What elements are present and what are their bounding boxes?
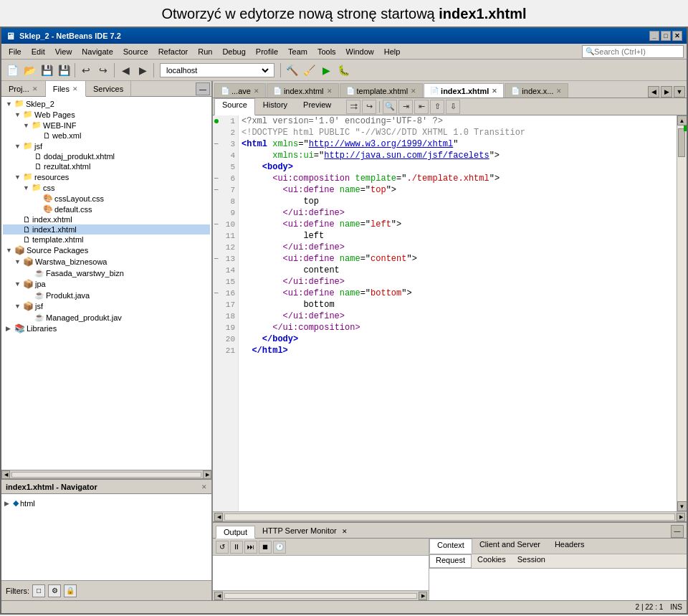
menu-file[interactable]: File	[4, 46, 26, 57]
output-panel-close[interactable]: —	[671, 525, 684, 538]
editor-tab-0[interactable]: 📄 ...ave ✕	[214, 83, 266, 98]
tree-node-webxml[interactable]: 🗋 web.xml	[3, 131, 210, 141]
tree-node-index[interactable]: 🗋 index.xhtml	[3, 214, 210, 224]
output-content[interactable]	[213, 556, 429, 590]
tree-node-managed[interactable]: ☕ Managed_produkt.jav	[3, 312, 210, 323]
forward-button[interactable]: ▶	[135, 62, 150, 78]
code-line-1[interactable]: <?xml version='1.0' encoding='UTF-8' ?>	[242, 115, 674, 127]
toggle-webinf[interactable]: ▼	[23, 122, 30, 129]
tree-node-webpages[interactable]: ▼ 📁 Web Pages	[3, 109, 210, 120]
editor-tab-1[interactable]: 📄 index.xhtml ✕	[267, 83, 339, 98]
panel-close-btn[interactable]: —	[671, 525, 684, 538]
tree-node-jsf2[interactable]: ▼ 📦 jsf	[3, 300, 210, 312]
toggle-webpages[interactable]: ▼	[14, 111, 22, 118]
out-tb-pause[interactable]: ⏸	[230, 541, 243, 554]
back-button[interactable]: ◀	[118, 62, 133, 78]
hscroll-right[interactable]: ▶	[203, 470, 211, 479]
menu-window[interactable]: Window	[342, 46, 378, 57]
editor-tab-3[interactable]: 📄 index1.xhtml ✕	[424, 83, 504, 98]
code-line-3[interactable]: <html xmlns="http://www.w3.org/1999/xhtm…	[242, 138, 674, 150]
tree-node-resources[interactable]: ▼ 📁 resources	[3, 171, 210, 182]
out-tb-refresh[interactable]: ↺	[216, 541, 229, 554]
code-line-8[interactable]: top	[242, 196, 674, 207]
nav-toggle-html[interactable]: ▶	[4, 500, 11, 507]
fold-3[interactable]: —	[214, 141, 218, 148]
menu-tools[interactable]: Tools	[313, 46, 340, 57]
toggle-jsf[interactable]: ▼	[14, 143, 22, 150]
tree-node-index1[interactable]: 🗋 index1.xhtml	[3, 224, 210, 234]
save-all-button[interactable]: 💾	[56, 62, 72, 78]
source-tb-btn-1[interactable]: ⮆	[346, 100, 360, 114]
tab-projects[interactable]: Proj... ✕	[1, 81, 46, 96]
file-tree[interactable]: ▼ 📁 Sklep_2 ▼ 📁 Web Pages ▼ 📁 WEB-INF	[1, 97, 211, 470]
undo-button[interactable]: ↩	[78, 62, 94, 78]
tree-node-sklep2[interactable]: ▼ 📁 Sklep_2	[3, 98, 210, 109]
toggle-sklep2[interactable]: ▼	[6, 100, 13, 108]
search-input[interactable]	[594, 47, 680, 56]
toggle-jpa[interactable]: ▼	[14, 280, 22, 288]
tree-node-jpa[interactable]: ▼ 📦 jpa	[3, 278, 210, 290]
tree-node-warstwa[interactable]: ▼ 📦 Warstwa_biznesowa	[3, 256, 210, 267]
tree-node-produkt[interactable]: ☕ Produkt.java	[3, 290, 210, 300]
close-button[interactable]: ✕	[672, 31, 682, 41]
code-line-17[interactable]: bottom	[242, 299, 674, 311]
tree-node-rezultat[interactable]: 🗋 rezultat.xhtml	[3, 161, 210, 171]
toggle-source-pkgs[interactable]: ▼	[6, 247, 13, 254]
http-sub-cookies[interactable]: Cookies	[472, 554, 512, 568]
open-button[interactable]: 📂	[22, 62, 37, 78]
source-tb-btn-4[interactable]: ⇥	[398, 100, 413, 114]
vscroll-down[interactable]: ▼	[677, 501, 687, 511]
menu-navigate[interactable]: Navigate	[77, 46, 117, 57]
fold-16[interactable]: —	[214, 290, 218, 297]
source-tb-btn-5[interactable]: ⇤	[414, 100, 429, 114]
source-tab-history[interactable]: History	[255, 98, 295, 115]
panel-minimize-btn[interactable]: —	[196, 82, 210, 95]
source-tab-source[interactable]: Source	[214, 98, 255, 115]
menu-profile[interactable]: Profile	[252, 46, 282, 57]
run-button[interactable]: ▶	[318, 62, 334, 78]
menu-view[interactable]: View	[51, 46, 77, 57]
code-line-6[interactable]: <ui:composition template="./template.xht…	[242, 173, 674, 184]
tree-node-default-css[interactable]: 🎨 default.css	[3, 204, 210, 214]
http-tab-context[interactable]: Context	[429, 539, 472, 554]
http-sub-request[interactable]: Request	[429, 554, 472, 568]
output-tab-http-close[interactable]: ✕	[342, 528, 348, 535]
fold-13[interactable]: —	[214, 255, 218, 262]
code-line-19[interactable]: </ui:composition>	[242, 322, 674, 333]
toggle-libraries[interactable]: ▶	[6, 325, 13, 332]
out-hscroll-right[interactable]: ▶	[419, 592, 427, 600]
editor-hscroll[interactable]: ◀ ▶	[213, 511, 687, 521]
vscroll-up[interactable]: ▲	[677, 115, 687, 125]
code-line-12[interactable]: </ui:define>	[242, 242, 674, 253]
code-line-20[interactable]: </body>	[242, 333, 674, 345]
source-tb-btn-6[interactable]: ⇧	[430, 100, 444, 114]
editor-tab-close-1[interactable]: ✕	[327, 87, 333, 95]
filter-btn-2[interactable]: ⚙	[48, 584, 61, 597]
menu-edit[interactable]: Edit	[27, 46, 49, 57]
editor-hscroll-left[interactable]: ◀	[214, 513, 223, 521]
hscroll-left[interactable]: ◀	[1, 470, 10, 479]
code-line-13[interactable]: <ui:define name="content">	[242, 253, 674, 265]
build-button[interactable]: 🔨	[284, 62, 300, 78]
tree-node-jsf[interactable]: ▼ 📁 jsf	[3, 141, 210, 151]
output-tab-http[interactable]: HTTP Server Monitor ✕	[255, 525, 355, 538]
http-sub-session[interactable]: Session	[512, 554, 551, 568]
tree-node-source-packages[interactable]: ▼ 📦 Source Packages	[3, 245, 210, 256]
fold-6[interactable]: —	[214, 175, 218, 182]
http-tab-client-server[interactable]: Client and Server	[472, 539, 548, 554]
tree-node-webinf[interactable]: ▼ 📁 WEB-INF	[3, 120, 210, 131]
editor-tab-2[interactable]: 📄 template.xhtml ✕	[340, 83, 424, 98]
tree-node-css[interactable]: ▼ 📁 css	[3, 182, 210, 193]
out-tb-next[interactable]: ⏭	[244, 541, 257, 554]
menu-team[interactable]: Team	[284, 46, 312, 57]
toggle-jsf2[interactable]: ▼	[14, 303, 22, 310]
tree-node-fasada[interactable]: ☕ Fasada_warstwy_bizn	[3, 267, 210, 278]
location-bar[interactable]: localhost	[160, 63, 274, 77]
out-tb-time[interactable]: 🕐	[273, 541, 286, 554]
tree-node-csslayout[interactable]: 🎨 cssLayout.css	[3, 193, 210, 204]
output-hscroll[interactable]: ◀ ▶	[213, 590, 429, 600]
filter-btn-3[interactable]: 🔒	[64, 584, 77, 597]
tab-services[interactable]: Services	[86, 81, 131, 96]
save-button[interactable]: 💾	[39, 62, 54, 78]
toggle-warstwa[interactable]: ▼	[14, 258, 22, 265]
